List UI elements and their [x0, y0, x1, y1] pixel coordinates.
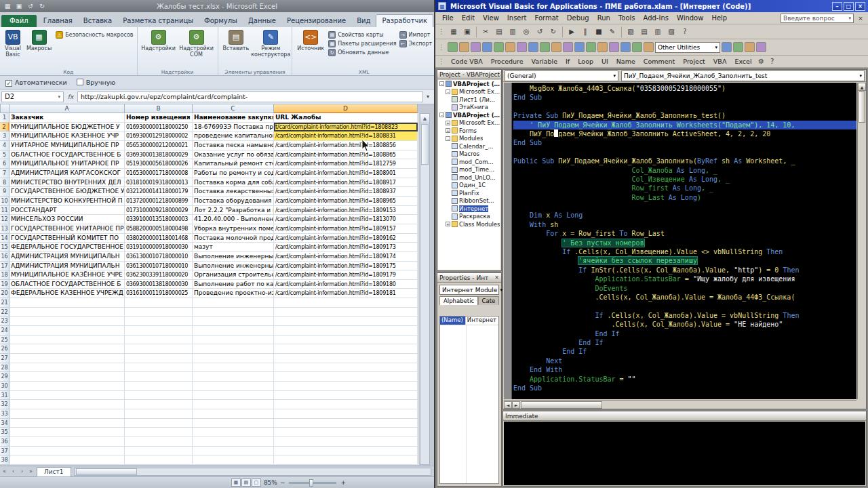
cell[interactable]: МУНИЦИПАЛЬНОЕ УНИТАРНОЕ ПР	[9, 159, 125, 169]
column-header-D[interactable]: D	[274, 104, 418, 113]
code-line[interactable]: ' Без пустых номеров	[513, 239, 856, 247]
codevba-menu-ui[interactable]: UI	[598, 56, 612, 66]
codevba-tool-icon[interactable]	[597, 42, 608, 52]
codevba-tool-icon[interactable]	[745, 42, 755, 52]
cell[interactable]: ОБЛАСТНОЕ ГОСУДАРСТВЕННОЕ Б	[9, 150, 125, 160]
codevba-tool-icon[interactable]	[722, 42, 732, 52]
code-line[interactable]	[513, 148, 856, 157]
cell[interactable]	[9, 419, 125, 428]
tree-item[interactable]: Один_1С	[438, 182, 500, 190]
codevba-tool-icon[interactable]	[471, 42, 481, 52]
view-excel-icon[interactable]: ▦	[448, 26, 460, 37]
name-box[interactable]: D2▾	[1, 92, 64, 102]
codevba-tool-icon[interactable]	[528, 42, 538, 52]
row-number[interactable]: 13	[0, 224, 9, 234]
cell[interactable]: 0565300000212000021	[125, 141, 193, 150]
codevba-tool-icon[interactable]	[482, 42, 492, 52]
cell[interactable]: 0369300013818000030	[125, 280, 193, 289]
cell[interactable]	[9, 391, 125, 401]
cell[interactable]	[193, 354, 274, 363]
cell[interactable]: /card/complaint-information.html?id=1809…	[274, 234, 418, 243]
cell[interactable]: 0319100000918000030	[125, 243, 193, 252]
cell[interactable]: /card/complaint-information.html?id=1809…	[274, 262, 418, 271]
column-header-C[interactable]: C	[193, 104, 274, 113]
ribbon-tab-4[interactable]: Разметка страницы	[117, 15, 199, 27]
cell[interactable]: /card/complaint-information.html?id=1809…	[274, 206, 418, 216]
cell[interactable]	[193, 400, 274, 409]
codevba-tool-icon[interactable]	[540, 42, 550, 52]
row-number[interactable]: 23	[0, 317, 9, 326]
code-line[interactable]: Dim x As Long	[513, 211, 856, 220]
page-break-view-icon[interactable]: ▢	[252, 479, 261, 487]
code-line[interactable]: Application.StatusBar = ""	[513, 375, 856, 384]
codevba-tool-icon[interactable]	[644, 42, 654, 52]
cell[interactable]: Выполнение инженерных	[193, 252, 274, 262]
cell[interactable]: 0137200001218000899	[125, 197, 193, 206]
cell[interactable]	[9, 409, 125, 419]
cell[interactable]	[193, 317, 274, 326]
properties-tab-2[interactable]: Cate	[478, 296, 499, 305]
row-number[interactable]: 18	[0, 270, 9, 280]
row-number[interactable]: 28	[0, 363, 9, 373]
excel-title-bar[interactable]: ▦▣↺↻ Жалобы тест.xlsx - Microsoft Excel	[0, 0, 434, 12]
cell[interactable]	[193, 298, 274, 308]
codevba-menu-excel[interactable]: Excel	[731, 56, 755, 66]
code-line[interactable]: Col_Жалоба As Long, _	[513, 166, 856, 175]
cell[interactable]: 0369300013818000029	[125, 150, 193, 160]
window-button[interactable]: ×	[855, 2, 865, 11]
cell[interactable]	[274, 391, 418, 401]
codevba-menu-code-vba[interactable]: Code VBA	[448, 56, 486, 66]
row-number[interactable]: 31	[0, 391, 9, 401]
cell[interactable]: 0316100011918000025	[125, 289, 193, 298]
other-utilities-dropdown[interactable]: Other Utilities▾	[655, 42, 720, 53]
break-icon[interactable]: ‖	[579, 26, 591, 37]
cell[interactable]: 18-676993Э Поставка прин	[193, 123, 274, 132]
cell[interactable]: РОССТАНДАРТ	[9, 206, 125, 216]
cell[interactable]	[9, 326, 125, 336]
cell[interactable]	[9, 317, 125, 326]
cell[interactable]	[274, 382, 418, 391]
toolbox-icon[interactable]: ▨	[665, 26, 677, 37]
cell[interactable]: /card/complaint-information.html?id=1809…	[274, 289, 418, 298]
tree-item[interactable]: +Class Modules	[438, 220, 500, 228]
cell[interactable]: ФЕДЕРАЛЬНОЕ ГОСУДАРСТВЕННОЕ	[9, 243, 125, 252]
codevba-menu-procedure[interactable]: Procedure	[488, 56, 527, 66]
import-button[interactable]: →Импорт	[399, 31, 433, 39]
row-number[interactable]: 11	[0, 206, 9, 216]
cell[interactable]	[125, 326, 193, 336]
ribbon-tab-5[interactable]: Формулы	[199, 15, 243, 27]
row-number[interactable]: 27	[0, 354, 9, 363]
zoom-slider[interactable]	[289, 482, 336, 484]
cell[interactable]	[274, 409, 418, 419]
cell[interactable]	[125, 391, 193, 401]
cell[interactable]	[193, 344, 274, 354]
tree-item[interactable]: ЭтаКнига	[438, 104, 500, 112]
cell[interactable]	[193, 391, 274, 401]
cell[interactable]	[9, 308, 125, 317]
tree-expander-icon[interactable]: -	[439, 113, 444, 117]
codevba-tool-icon[interactable]	[517, 42, 527, 52]
cell[interactable]: 0169300012918000002	[125, 131, 193, 141]
zoom-in-icon[interactable]: +	[340, 479, 346, 486]
auto-checkbox[interactable]: ✓Автоматически	[5, 79, 67, 87]
codevba-tool-icon[interactable]	[586, 42, 596, 52]
codevba-tool-icon[interactable]	[632, 42, 642, 52]
code-vertical-scrollbar[interactable]: ▲	[857, 83, 866, 399]
cell[interactable]: /card/complaint-information.html?id=1809…	[274, 243, 418, 252]
cell[interactable]: мазут	[193, 243, 274, 252]
cell[interactable]: АДМИНИСТРАЦИЯ КАРГАСОКСКОГ	[9, 169, 125, 178]
close-icon[interactable]: ×	[500, 71, 501, 77]
cell[interactable]: /card/complaint-information.html?id=1808…	[274, 150, 418, 160]
cell[interactable]: /card/complaint-information.html?id=1809…	[274, 270, 418, 280]
tree-expander-icon[interactable]: +	[446, 128, 450, 133]
tree-item[interactable]: Macros	[438, 150, 500, 159]
code-line[interactable]: Public Sub ПиУ_Подаем_Ячейки_Жалоб_Запол…	[513, 157, 856, 165]
code-line[interactable]: DoEvents	[513, 284, 856, 293]
row-number[interactable]: 32	[0, 400, 9, 409]
scroll-right-icon[interactable]: ►	[512, 401, 520, 409]
row-number[interactable]: 1	[0, 113, 9, 123]
cell[interactable]	[274, 308, 418, 317]
cell[interactable]: Поставка молочной продук	[193, 234, 274, 243]
properties-tab-1[interactable]: Alphabetic	[439, 296, 478, 305]
expand-formula-bar-icon[interactable]: ▾	[423, 92, 433, 102]
